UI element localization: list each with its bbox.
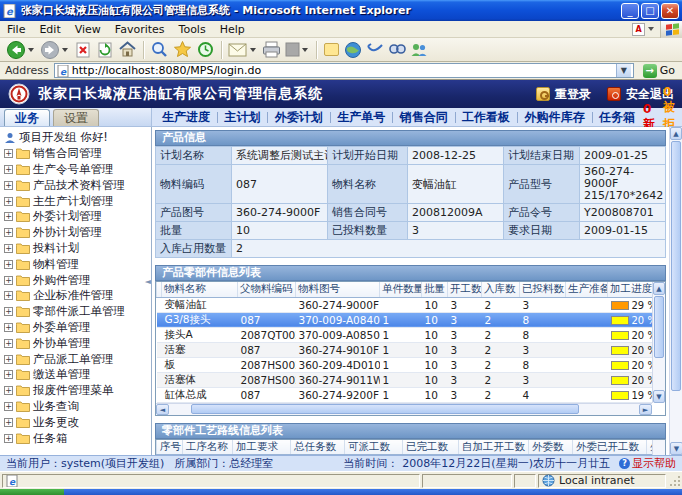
nav-sales-contract[interactable]: 销售合同 (400, 109, 448, 126)
expand-icon[interactable]: + (4, 434, 13, 443)
pdf-toolbar-button[interactable]: A (632, 23, 654, 36)
table-row-selected[interactable]: G3/8接头087370-009-A0840110328 20 % (157, 312, 653, 327)
address-input[interactable]: e http://localhost:8080/MPS/login.do ▼ (54, 63, 634, 78)
minimize-button[interactable]: _ (621, 3, 639, 19)
back-button[interactable] (4, 39, 38, 61)
expand-icon[interactable]: + (4, 386, 13, 395)
edit-button[interactable] (283, 39, 312, 61)
col-progress[interactable]: 加工进度 (608, 282, 653, 297)
msn-button[interactable] (342, 39, 364, 61)
tab-settings[interactable]: 设置 (53, 109, 99, 126)
nav-master-plan[interactable]: 主计划 (224, 109, 260, 126)
scrollbar-thumb[interactable] (191, 404, 579, 414)
tree-node-outsource-plan[interactable]: +外委计划管理 (3, 209, 151, 225)
main-vertical-scrollbar[interactable]: ▲ ▼ (669, 127, 682, 455)
tree-node-order-number[interactable]: +生产令号单管理 (3, 162, 151, 178)
scroll-right-icon[interactable]: ► (639, 404, 652, 415)
tree-node-master-plan[interactable]: +主生产计划管理 (3, 193, 151, 209)
expand-icon[interactable]: + (4, 228, 13, 237)
expand-icon[interactable]: + (4, 339, 13, 348)
print-button[interactable] (260, 39, 283, 61)
expand-icon[interactable]: + (4, 181, 13, 190)
address-dropdown-icon[interactable]: ▼ (616, 64, 631, 77)
expand-icon[interactable]: + (4, 307, 13, 316)
expand-icon[interactable]: + (4, 370, 13, 379)
col-dispatchable[interactable]: 可派工数 (345, 440, 403, 455)
menu-view[interactable]: View (68, 23, 108, 36)
col-parent-code[interactable]: 父物料编码 (238, 282, 296, 297)
table-row[interactable]: 活塞体2087HS002360-274-9011W110323 20 % (157, 372, 653, 387)
table-row[interactable]: 缸体总成087360-274-9200F110324 19 % (157, 387, 653, 402)
show-help-link[interactable]: ? 显示帮助 (619, 456, 676, 471)
parts-horizontal-scrollbar[interactable]: ◄ ► (156, 403, 652, 415)
expand-icon[interactable]: + (4, 402, 13, 411)
tree-node-feeding-plan[interactable]: +投料计划 (3, 241, 151, 257)
swoosh-button[interactable] (364, 39, 386, 61)
nav-task-box[interactable]: 任务箱 (599, 109, 635, 126)
expand-icon[interactable]: + (4, 260, 13, 269)
find-button[interactable] (386, 39, 408, 61)
tree-node-sales-contract[interactable]: +销售合同管理 (3, 146, 151, 162)
tree-node-outsource-order[interactable]: +外委单管理 (3, 320, 151, 336)
tree-node-standard-parts[interactable]: +企业标准件管理 (3, 288, 151, 304)
menu-file[interactable]: File (0, 23, 32, 36)
table-row-selected[interactable]: 1 总装 按图组装 10 2 0 5 3 0 0 (157, 455, 653, 456)
scroll-left-icon[interactable]: ◄ (156, 404, 169, 415)
tree-node-business-change[interactable]: +业务更改 (3, 414, 151, 430)
expand-icon[interactable]: + (4, 197, 13, 206)
tree-node-purchased-parts[interactable]: +外购件管理 (3, 272, 151, 288)
col-outsourced-started[interactable]: 外委已开工数 (573, 440, 647, 455)
scroll-down-icon[interactable]: ▼ (653, 390, 665, 403)
tree-node-coop-order[interactable]: +外协单管理 (3, 335, 151, 351)
tree-node-tech-docs[interactable]: +产品技术资料管理 (3, 177, 151, 193)
tree-node-scrap-menu[interactable]: +报废件管理菜单 (3, 383, 151, 399)
col-total-tasks[interactable]: 总任务数 (291, 440, 345, 455)
table-row[interactable]: 板2087HS002360-209-4D010110328 20 % (157, 357, 653, 372)
menu-help[interactable]: Help (213, 23, 252, 36)
nav-production-progress[interactable]: 生产进度 (162, 109, 210, 126)
edit-dropdown-icon[interactable] (302, 48, 308, 52)
tree-node-coop-plan[interactable]: +外协计划管理 (3, 225, 151, 241)
expand-icon[interactable]: + (4, 291, 13, 300)
col-seq[interactable]: 序号 (157, 440, 183, 455)
tree-node-material-mgmt[interactable]: +物料管理 (3, 256, 151, 272)
scrollbar-thumb[interactable] (671, 141, 681, 391)
menu-tools[interactable]: Tools (172, 23, 213, 36)
col-outsourced[interactable]: 外委数 (529, 440, 573, 455)
expand-icon[interactable]: + (4, 323, 13, 332)
col-batch[interactable]: 批量 (422, 282, 448, 297)
home-button[interactable] (116, 39, 139, 61)
favorites-button[interactable] (171, 39, 194, 61)
table-row[interactable]: 活塞087360-274-9010F110323 20 % (157, 342, 653, 357)
back-dropdown-icon[interactable] (28, 48, 34, 52)
expand-icon[interactable]: + (4, 212, 13, 221)
scrollbar-thumb[interactable] (654, 296, 664, 358)
tree-node-task-box[interactable]: +任务箱 (3, 430, 151, 446)
parts-vertical-scrollbar[interactable]: ▲ ▼ (652, 282, 665, 403)
nav-purchased-stock[interactable]: 外购件库存 (525, 109, 585, 126)
mail-dropdown-icon[interactable] (250, 48, 256, 52)
col-process-name[interactable]: 工序名称 (183, 440, 233, 455)
menu-favorites[interactable]: Favorites (108, 23, 172, 36)
tree-node-business-query[interactable]: +业务查询 (3, 399, 151, 415)
col-self-started[interactable]: 自加工开工数 (459, 440, 529, 455)
col-started[interactable]: 开工数 (448, 282, 482, 297)
col-stored[interactable]: 入库数 (482, 282, 520, 297)
tree-node-part-workorder[interactable]: +零部件派工单管理 (3, 304, 151, 320)
col-prep[interactable]: 生产准备 (566, 282, 608, 297)
nav-outsource-plan[interactable]: 外委计划 (275, 109, 323, 126)
maximize-button[interactable]: □ (641, 3, 659, 19)
relogin-button[interactable]: 重登录 (536, 86, 591, 103)
tab-business[interactable]: 业务 (4, 109, 50, 126)
taskbar-buttons-area[interactable] (64, 489, 682, 495)
search-button[interactable] (148, 39, 171, 61)
route-vertical-scrollbar[interactable]: ▼ (652, 440, 665, 456)
scroll-up-icon[interactable]: ▲ (653, 282, 665, 295)
forward-button[interactable] (38, 39, 72, 61)
start-button[interactable] (0, 489, 64, 495)
nav-production-order[interactable]: 生产单号 (337, 109, 385, 126)
table-row[interactable]: 变幅油缸360-274-9000F10323 29 % (157, 297, 653, 312)
col-unit-qty[interactable]: 单件数量 (380, 282, 422, 297)
refresh-button[interactable] (94, 39, 116, 61)
col-finished[interactable]: 已完工数 (403, 440, 459, 455)
